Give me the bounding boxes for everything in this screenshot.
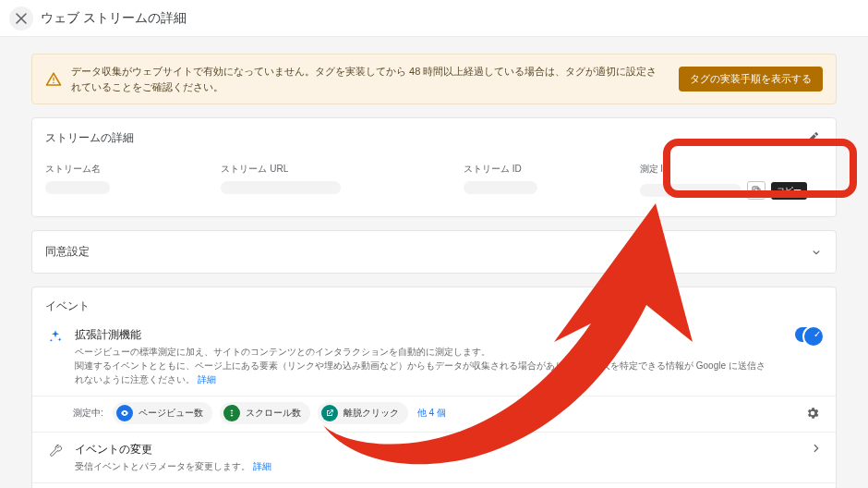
stream-details-title: ストリームの詳細: [45, 130, 134, 146]
show-tag-instructions-button[interactable]: タグの実装手順を表示する: [679, 67, 823, 92]
field-stream-id: ストリーム ID: [464, 163, 630, 200]
svg-rect-3: [753, 187, 758, 192]
exit-icon: [321, 405, 338, 421]
value-measurement-id: [640, 184, 741, 197]
page-header: ウェブ ストリームの詳細: [0, 0, 868, 37]
enhanced-detail-link[interactable]: 詳細: [198, 374, 216, 384]
value-stream-name: [45, 181, 110, 194]
page-title: ウェブ ストリームの詳細: [41, 10, 187, 27]
field-stream-name: ストリーム名: [45, 163, 211, 200]
events-card: イベント 拡張計測機能 ページビューの標準測定に加え、サイトのコンテンツとのイン…: [31, 287, 837, 488]
check-icon: ✓: [814, 329, 821, 339]
gear-icon: [805, 406, 820, 421]
consent-card[interactable]: 同意設定: [31, 230, 837, 274]
modify-desc: 受信イベントとパラメータを変更します。: [75, 461, 250, 471]
alert-text: データ収集がウェブサイトで有効になっていません。タグを実装してから 48 時間以…: [71, 64, 664, 94]
edit-stream-button[interactable]: [802, 128, 823, 148]
copy-measurement-id-button[interactable]: [747, 181, 766, 200]
value-stream-url: [221, 181, 341, 194]
pencil-icon: [805, 130, 820, 145]
alert-banner: データ収集がウェブサイトで有効になっていません。タグを実装してから 48 時間以…: [31, 54, 837, 104]
label-stream-id: ストリーム ID: [464, 163, 630, 176]
enhanced-measurement-row: 拡張計測機能 ページビューの標準測定に加え、サイトのコンテンツとのインタラクショ…: [32, 314, 836, 396]
pill-outbound: 離脱クリック: [318, 402, 408, 424]
enhanced-settings-button[interactable]: [802, 403, 823, 423]
chevron-down-icon: [810, 246, 823, 259]
copy-tooltip: コピー: [771, 182, 807, 200]
svg-rect-2: [754, 189, 760, 194]
stream-details-card: ストリームの詳細 ストリーム名 ストリーム URL ストリーム ID: [31, 117, 837, 217]
stream-details-head: ストリームの詳細: [32, 118, 836, 157]
modify-title: イベントの変更: [75, 442, 786, 458]
measuring-pills-row: 測定中: ページビュー数 スクロール数 離脱クリック 他 4 個: [32, 396, 836, 432]
enhanced-desc: ページビューの標準測定に加え、サイトのコンテンツとのインタラクションを自動的に測…: [75, 345, 767, 386]
eye-icon: [116, 405, 133, 421]
plus-n-link[interactable]: 他 4 個: [417, 407, 446, 420]
svg-rect-1: [53, 77, 54, 80]
modify-link[interactable]: 詳細: [253, 461, 271, 471]
field-measurement-id: 測定 ID コピー: [640, 163, 824, 200]
copy-icon: [751, 185, 762, 196]
warning-icon: [45, 71, 62, 88]
events-title: イベント: [32, 287, 836, 314]
sparkle-icon: [48, 329, 63, 344]
enhanced-toggle[interactable]: ✓: [795, 327, 823, 342]
label-stream-name: ストリーム名: [45, 163, 211, 176]
scroll-icon: [223, 405, 240, 421]
label-stream-url: ストリーム URL: [221, 163, 454, 176]
close-button[interactable]: [9, 6, 33, 30]
enhanced-title: 拡張計測機能: [75, 327, 767, 343]
value-stream-id: [464, 181, 537, 194]
modify-events-row[interactable]: イベントの変更 受信イベントとパラメータを変更します。 詳細: [32, 432, 836, 482]
consent-title: 同意設定: [45, 244, 90, 260]
chevron-right-icon: [810, 442, 823, 455]
field-stream-url: ストリーム URL: [221, 163, 454, 200]
measuring-label: 測定中:: [73, 407, 103, 420]
wrench-icon: [48, 444, 63, 458]
pill-scrolls: スクロール数: [220, 402, 310, 424]
close-icon: [16, 13, 27, 24]
label-measurement-id: 測定 ID: [640, 163, 824, 176]
svg-point-0: [53, 81, 54, 83]
pill-pageviews: ページビュー数: [113, 402, 212, 424]
custom-events-row[interactable]: カスタム イベントを作成 既存のイベントに基づいて新しいイベントを作成します。 …: [32, 482, 836, 488]
